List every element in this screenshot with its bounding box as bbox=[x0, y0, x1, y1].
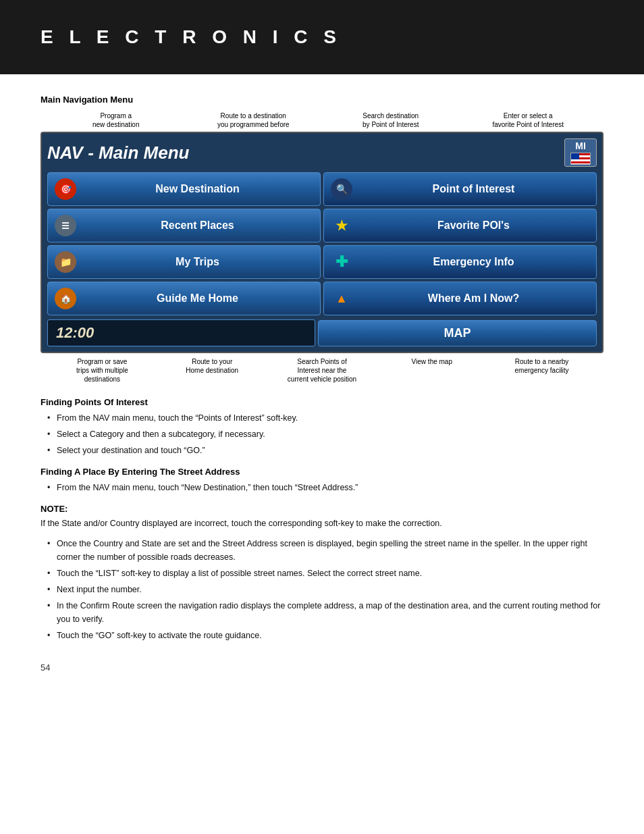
note-bullet-2: Touch the “LIST” soft-key to display a l… bbox=[47, 567, 603, 580]
note-title: NOTE: bbox=[41, 504, 603, 514]
poi-bullet-2: Select a Category and then a subcategory… bbox=[47, 427, 603, 441]
callout-home: Route to your Home destination bbox=[157, 357, 267, 384]
nav-bottom-row: 12:00 MAP bbox=[47, 319, 597, 346]
map-button[interactable]: MAP bbox=[318, 320, 597, 346]
callout-emergency-route: Route to a nearby emergency facility bbox=[487, 357, 597, 384]
callout-program-trips: Program or save trips with multiple dest… bbox=[47, 357, 157, 384]
star-icon: ★ bbox=[331, 215, 352, 236]
btn-guide-home-label: Guide Me Home bbox=[82, 292, 313, 305]
home-icon: 🏠 bbox=[55, 288, 76, 309]
poi-bullet-1: From the NAV main menu, touch the “Point… bbox=[47, 411, 603, 425]
callout-search-poi: Search destination by Point of Interest bbox=[322, 111, 460, 129]
btn-my-trips[interactable]: 📁 My Trips bbox=[47, 245, 321, 279]
btn-recent-label: Recent Places bbox=[82, 219, 313, 232]
finding-address-title: Finding A Place By Entering The Street A… bbox=[41, 467, 603, 477]
btn-poi-label: Point of Interest bbox=[358, 183, 589, 195]
btn-poi[interactable]: 🔍 Point of Interest bbox=[323, 172, 597, 206]
btn-favorite-poi-label: Favorite POI's bbox=[358, 219, 589, 232]
callout-program: Program a new destination bbox=[47, 111, 185, 129]
content: Main Navigation Menu Program a new desti… bbox=[0, 74, 644, 700]
btn-where-now-label: Where Am I Now? bbox=[358, 292, 589, 305]
mi-badge: MI bbox=[564, 138, 597, 167]
nav-screen: NAV - Main Menu MI bbox=[41, 132, 603, 353]
finding-address-list: From the NAV main menu, touch “New Desti… bbox=[47, 481, 603, 494]
main-nav-section-title: Main Navigation Menu bbox=[41, 95, 603, 105]
poi-bullet-3: Select your destination and touch “GO.” bbox=[47, 444, 603, 457]
time-display: 12:00 bbox=[47, 319, 315, 346]
list-icon: ☰ bbox=[55, 215, 76, 236]
nav-screen-header: NAV - Main Menu MI bbox=[47, 138, 597, 167]
btn-where-now[interactable]: ▲ Where Am I Now? bbox=[323, 282, 597, 315]
btn-guide-home[interactable]: 🏠 Guide Me Home bbox=[47, 282, 321, 315]
callout-view-map: View the map bbox=[377, 357, 487, 384]
note-bullet-3: Next input the number. bbox=[47, 583, 603, 596]
mi-label: MI bbox=[575, 140, 586, 151]
note-bullet-4: In the Confirm Route screen the navigati… bbox=[47, 599, 603, 626]
btn-favorite-poi[interactable]: ★ Favorite POI's bbox=[323, 209, 597, 242]
callout-top-row: Program a new destination Route to a des… bbox=[41, 111, 603, 129]
callout-route: Route to a destination you programmed be… bbox=[185, 111, 323, 129]
callout-search-nearby: Search Points of Interest near the curre… bbox=[267, 357, 377, 384]
note-bullet-5: Touch the “GO” soft-key to activate the … bbox=[47, 629, 603, 642]
btn-emergency[interactable]: ✚ Emergency Info bbox=[323, 245, 597, 279]
triangle-icon: ▲ bbox=[331, 288, 352, 309]
page-number: 54 bbox=[41, 662, 603, 673]
target-icon: 🎯 bbox=[55, 178, 76, 200]
finding-poi-list: From the NAV main menu, touch the “Point… bbox=[47, 411, 603, 457]
btn-recent-places[interactable]: ☰ Recent Places bbox=[47, 209, 321, 242]
header-bar: E L E C T R O N I C S bbox=[0, 0, 644, 74]
search-person-icon: 🔍 bbox=[331, 178, 352, 200]
note-bullet-1: Once the Country and State are set and t… bbox=[47, 537, 603, 564]
header-title: E L E C T R O N I C S bbox=[41, 26, 342, 48]
finding-poi-title: Finding Points Of Interest bbox=[41, 397, 603, 407]
nav-button-grid: 🎯 New Destination 🔍 Point of Interest ☰ … bbox=[47, 172, 597, 315]
address-bullet-1: From the NAV main menu, touch “New Desti… bbox=[47, 481, 603, 494]
callout-bottom-row: Program or save trips with multiple dest… bbox=[41, 357, 603, 384]
plus-icon: ✚ bbox=[331, 251, 352, 273]
btn-my-trips-label: My Trips bbox=[82, 256, 313, 268]
btn-emergency-label: Emergency Info bbox=[358, 256, 589, 268]
btn-new-destination[interactable]: 🎯 New Destination bbox=[47, 172, 321, 206]
nav-screen-title: NAV - Main Menu bbox=[47, 142, 189, 163]
note-text: If the State and/or Country displayed ar… bbox=[41, 517, 603, 530]
page: E L E C T R O N I C S Main Navigation Me… bbox=[0, 0, 644, 834]
folder-icon: 📁 bbox=[55, 251, 76, 273]
nav-diagram: Program a new destination Route to a des… bbox=[41, 111, 603, 384]
note-bullet-list: Once the Country and State are set and t… bbox=[47, 537, 603, 642]
callout-favorite: Enter or select a favorite Point of Inte… bbox=[460, 111, 597, 129]
btn-new-destination-label: New Destination bbox=[82, 183, 313, 195]
